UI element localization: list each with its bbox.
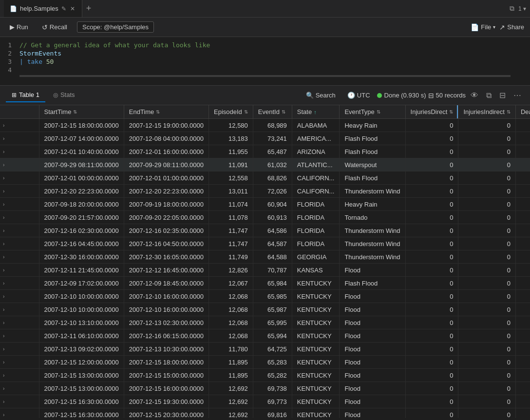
- row-expand-button[interactable]: ›: [2, 319, 5, 326]
- layout-button[interactable]: ⊟: [496, 90, 509, 101]
- cell-endtime: 2007-12-16 04:50:00.0000: [124, 237, 208, 250]
- row-expand-button[interactable]: ›: [2, 214, 5, 221]
- table-row[interactable]: ›2007-12-11 06:10:00.00002007-12-16 06:1…: [0, 329, 530, 343]
- table-row[interactable]: ›2007-09-18 20:00:00.00002007-09-19 18:0…: [0, 198, 530, 211]
- window-count[interactable]: 1 ▾: [518, 5, 526, 12]
- cell-episodeid: 12,558: [209, 172, 253, 185]
- row-expand-button[interactable]: ›: [2, 148, 5, 155]
- cell-eventtype: Flash Flood: [340, 145, 405, 158]
- table-row[interactable]: ›2007-12-16 02:30:00.00002007-12-16 02:3…: [0, 224, 530, 237]
- table-row[interactable]: ›2007-12-15 18:00:00.00002007-12-15 19:0…: [0, 119, 530, 132]
- row-expand-button[interactable]: ›: [2, 411, 5, 418]
- table-row[interactable]: ›2007-12-20 22:23:00.00002007-12-20 22:2…: [0, 185, 530, 198]
- cell-episodeid: 12,692: [209, 382, 253, 395]
- row-expand-button[interactable]: ›: [2, 174, 5, 182]
- table-row[interactable]: ›2007-12-09 17:02:00.00002007-12-09 18:4…: [0, 277, 530, 290]
- stats-icon: ◎: [53, 92, 58, 98]
- more-button[interactable]: ⋯: [511, 90, 524, 101]
- row-expand-button[interactable]: ›: [2, 240, 5, 248]
- code-editor[interactable]: 1 // Get a general idea of what your dat…: [0, 37, 530, 86]
- copy-button[interactable]: ⧉: [483, 90, 494, 101]
- table-row[interactable]: ›2007-09-29 08:11:00.00002007-09-29 08:1…: [0, 158, 530, 172]
- row-expand-button[interactable]: ›: [2, 280, 5, 287]
- table-row[interactable]: ›2007-12-10 13:10:00.00002007-12-13 02:3…: [0, 316, 530, 329]
- state-sort-asc-icon[interactable]: ↑: [314, 109, 317, 115]
- table-row[interactable]: ›2007-12-16 04:45:00.00002007-12-16 04:5…: [0, 237, 530, 250]
- recall-button[interactable]: ↺ Recall: [38, 21, 71, 33]
- eventtype-column-header[interactable]: EventType ⇅: [340, 105, 405, 119]
- tab-edit-icon[interactable]: ✎: [61, 5, 66, 12]
- deathsdirect-column-header[interactable]: DeathsDirect ⇅: [515, 105, 530, 119]
- endtime-sort-icon[interactable]: ⇅: [156, 109, 160, 115]
- tab-close-button[interactable]: ✕: [69, 4, 76, 13]
- episodeid-sort-icon[interactable]: ⇅: [244, 109, 248, 115]
- cell-eventtype: Flood: [340, 382, 405, 395]
- row-expand-button[interactable]: ›: [2, 188, 5, 195]
- endtime-column-header[interactable]: EndTime ⇅: [124, 105, 208, 119]
- share-button[interactable]: ↗ Share: [499, 23, 524, 31]
- cell-injuriesdirect: 0: [405, 198, 458, 211]
- injuriesdirect-column-header[interactable]: InjuriesDirect ⇅: [405, 105, 458, 119]
- editor-scrollbar[interactable]: [19, 75, 511, 77]
- table-tab[interactable]: ⊞ Table 1: [6, 88, 45, 102]
- row-expand-button[interactable]: ›: [2, 293, 5, 300]
- row-expand-button[interactable]: ›: [2, 306, 5, 313]
- cell-episodeid: 12,067: [209, 277, 253, 290]
- cell-endtime: 2007-12-16 02:35:00.0000: [124, 224, 208, 237]
- table-row[interactable]: ›2007-12-10 10:00:00.00002007-12-10 16:0…: [0, 303, 530, 316]
- injuriesindirect-sort-icon[interactable]: ⇅: [507, 109, 511, 115]
- stats-tab[interactable]: ◎ Stats: [47, 88, 81, 102]
- table-row[interactable]: ›2007-12-15 12:00:00.00002007-12-15 18:0…: [0, 356, 530, 369]
- row-expand-button[interactable]: ›: [2, 135, 5, 142]
- utc-button[interactable]: 🕐 UTC: [342, 90, 375, 101]
- row-expand-button[interactable]: ›: [2, 201, 5, 208]
- table-row[interactable]: ›2007-12-13 09:02:00.00002007-12-13 10:3…: [0, 343, 530, 356]
- file-button[interactable]: 📄 File ▾: [471, 23, 495, 31]
- table-row[interactable]: ›2007-12-15 13:00:00.00002007-12-15 15:0…: [0, 369, 530, 382]
- new-tab-button[interactable]: +: [82, 0, 95, 17]
- cell-starttime: 2007-12-11 06:10:00.0000: [39, 329, 124, 343]
- row-expand-button[interactable]: ›: [2, 253, 5, 261]
- row-expand-button[interactable]: ›: [2, 161, 5, 169]
- row-expand-button[interactable]: ›: [2, 385, 5, 392]
- row-expand-button[interactable]: ›: [2, 332, 5, 340]
- main-tab[interactable]: 📄 help.Samples ✎ ✕: [4, 0, 82, 17]
- eventid-sort-icon[interactable]: ⇅: [282, 109, 285, 115]
- episodeid-column-header[interactable]: EpisodeId ⇅: [209, 105, 253, 119]
- table-row[interactable]: ›2007-12-10 10:00:00.00002007-12-10 16:0…: [0, 290, 530, 303]
- cell-eventtype: Flood: [340, 356, 405, 369]
- table-row[interactable]: ›2007-12-01 10:40:00.00002007-12-01 16:0…: [0, 145, 530, 158]
- table-row[interactable]: ›2007-12-30 16:00:00.00002007-12-30 16:0…: [0, 250, 530, 264]
- table-row[interactable]: ›2007-12-15 13:00:00.00002007-12-15 16:0…: [0, 382, 530, 395]
- copy-icon[interactable]: ⧉: [510, 4, 514, 13]
- table-row[interactable]: ›2007-12-15 16:30:00.00002007-12-15 20:3…: [0, 408, 530, 419]
- data-table-container[interactable]: StartTime ⇅ EndTime ⇅ EpisodeId ⇅: [0, 105, 530, 418]
- scope-badge[interactable]: Scope: @help/Samples: [77, 21, 154, 33]
- cell-injuriesdirect: 0: [405, 316, 458, 329]
- row-expand-button[interactable]: ›: [2, 372, 5, 379]
- eye-button[interactable]: 👁: [468, 90, 481, 101]
- eventtype-sort-icon[interactable]: ⇅: [377, 109, 380, 115]
- row-expand-button[interactable]: ›: [2, 398, 5, 405]
- state-column-header[interactable]: State ↑: [292, 105, 340, 119]
- row-expand-button[interactable]: ›: [2, 267, 5, 274]
- table-row[interactable]: ›2007-12-01 00:00:00.00002007-12-01 01:0…: [0, 172, 530, 185]
- injuriesdirect-sort-icon[interactable]: ⇅: [449, 109, 453, 115]
- table-row[interactable]: ›2007-12-07 14:00:00.00002007-12-08 04:0…: [0, 132, 530, 145]
- eventid-column-header[interactable]: EventId ⇅: [253, 105, 292, 119]
- row-expand-button[interactable]: ›: [2, 122, 5, 129]
- starttime-sort-icon[interactable]: ⇅: [73, 109, 77, 115]
- row-expand-button[interactable]: ›: [2, 227, 5, 234]
- cell-eventid: 72,026: [253, 185, 292, 198]
- row-expand-button[interactable]: ›: [2, 345, 5, 353]
- cell-deathsdirect: 0: [515, 316, 530, 329]
- injuriesindirect-column-header[interactable]: InjuriesIndirect ⇅: [458, 105, 516, 119]
- run-button[interactable]: ▶ Run: [6, 21, 32, 33]
- cell-eventtype: Thunderstorm Wind: [340, 237, 405, 250]
- table-row[interactable]: ›2007-09-20 21:57:00.00002007-09-20 22:0…: [0, 211, 530, 224]
- table-row[interactable]: ›2007-12-15 16:30:00.00002007-12-15 19:3…: [0, 395, 530, 408]
- starttime-column-header[interactable]: StartTime ⇅: [39, 105, 124, 119]
- row-expand-button[interactable]: ›: [2, 359, 5, 366]
- table-row[interactable]: ›2007-12-11 21:45:00.00002007-12-12 16:4…: [0, 264, 530, 277]
- search-button[interactable]: 🔍 Search: [301, 90, 341, 101]
